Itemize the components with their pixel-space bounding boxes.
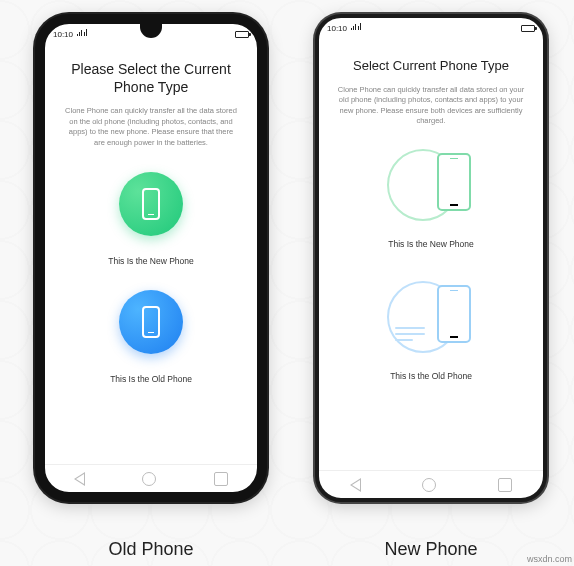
status-time: 10:10 <box>53 30 73 39</box>
page-description: Clone Phone can quickly transfer all the… <box>57 106 245 148</box>
caption-old: Old Phone <box>35 539 267 560</box>
comparison-stage: 10:10 Please Select the Current Phone Ty… <box>0 0 574 566</box>
watermark: wsxdn.com <box>527 554 572 564</box>
old-phone-icon <box>381 275 481 361</box>
old-phone-screen: Please Select the Current Phone Type Clo… <box>45 44 257 464</box>
option-label: This Is the New Phone <box>108 256 194 266</box>
status-bar: 10:10 <box>319 18 543 38</box>
new-phone-screen: Select Current Phone Type Clone Phone ca… <box>319 38 543 470</box>
signal-icon <box>351 23 361 33</box>
option-old-phone[interactable]: This Is the Old Phone <box>331 275 531 381</box>
home-button[interactable] <box>422 478 436 492</box>
option-new-phone[interactable]: This Is the New Phone <box>331 143 531 249</box>
battery-icon <box>235 31 249 38</box>
android-navbar <box>319 470 543 498</box>
old-phone-icon <box>119 290 183 354</box>
battery-icon <box>521 25 535 32</box>
home-button[interactable] <box>142 472 156 486</box>
signal-icon <box>77 29 87 39</box>
option-label: This Is the New Phone <box>331 239 531 249</box>
status-time: 10:10 <box>327 24 347 33</box>
back-button[interactable] <box>350 478 361 492</box>
recents-button[interactable] <box>498 478 512 492</box>
page-description: Clone Phone can quickly transfer all dat… <box>331 85 531 127</box>
old-phone-frame: 10:10 Please Select the Current Phone Ty… <box>35 14 267 502</box>
option-new-phone[interactable]: This Is the New Phone <box>57 172 245 266</box>
caption-new: New Phone <box>315 539 547 560</box>
option-old-phone[interactable]: This Is the Old Phone <box>57 290 245 384</box>
back-button[interactable] <box>74 472 85 486</box>
new-phone-icon <box>119 172 183 236</box>
page-title: Please Select the Current Phone Type <box>57 60 245 96</box>
option-label: This Is the Old Phone <box>110 374 192 384</box>
page-title: Select Current Phone Type <box>331 58 531 75</box>
new-phone-frame: 10:10 Select Current Phone Type Clone Ph… <box>315 14 547 502</box>
recents-button[interactable] <box>214 472 228 486</box>
option-label: This Is the Old Phone <box>331 371 531 381</box>
android-navbar <box>45 464 257 492</box>
new-phone-icon <box>381 143 481 229</box>
